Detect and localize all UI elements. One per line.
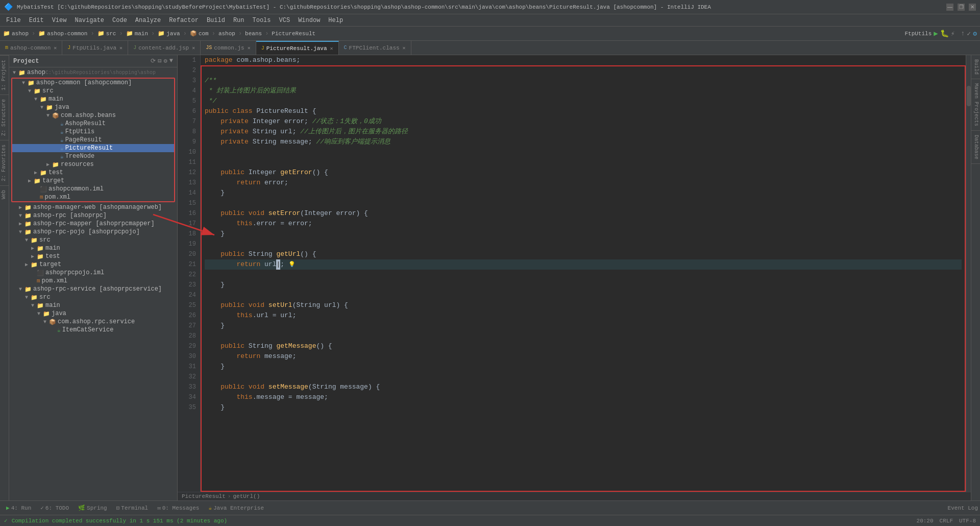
bottom-tab-messages[interactable]: ✉ 0: Messages bbox=[153, 504, 203, 512]
code-container[interactable]: 1 2 3 4 5 6 7 8 9 10 11 12 13 14 15 16 1… bbox=[178, 55, 971, 492]
menu-navigate[interactable]: Navigate bbox=[70, 16, 108, 25]
breadcrumb-method[interactable]: getUrl() bbox=[233, 493, 260, 499]
tree-item-rpc-pojo[interactable]: ▼ 📁 ashop-rpc-pojo [ashoprpcpojo] bbox=[9, 228, 177, 236]
tree-item-resources[interactable]: ▶ 📁 resources bbox=[12, 160, 174, 169]
lightbulb-icon[interactable]: 💡 bbox=[288, 259, 296, 270]
event-log-link[interactable]: Event Log bbox=[948, 505, 978, 511]
tree-item-itemcatservice[interactable]: ☕ ItemCatService bbox=[9, 326, 177, 334]
tree-item-src[interactable]: ▼ 📁 src bbox=[12, 87, 174, 95]
breadcrumb-pictureresult[interactable]: PictureResult bbox=[272, 31, 315, 37]
tree-item-pom-xml-1[interactable]: m pom.xml bbox=[12, 193, 174, 201]
tree-item-rpc-mapper[interactable]: ▶ 📁 ashop-rpc-mapper [ashoprpcmapper] bbox=[9, 220, 177, 228]
menu-vcs[interactable]: VCS bbox=[275, 16, 295, 25]
tree-item-ashopcommon-iml[interactable]: ⬛ ashopcommon.iml bbox=[12, 185, 174, 193]
tree-item-pageresult[interactable]: ☕ PageResult bbox=[12, 136, 174, 144]
breadcrumb-com[interactable]: 📦 com bbox=[190, 30, 209, 37]
run-button[interactable]: ▶ bbox=[934, 29, 938, 38]
breadcrumb-main[interactable]: 📁 main bbox=[126, 30, 148, 37]
panel-web[interactable]: Web bbox=[0, 185, 9, 203]
breadcrumb-ashop[interactable]: 📁 ashop bbox=[3, 30, 29, 37]
debug-button[interactable]: 🐛 bbox=[940, 29, 949, 38]
bottom-tab-spring[interactable]: 🌿 Spring bbox=[74, 504, 111, 512]
tab-pictureresult[interactable]: J PictureResult.java ✕ bbox=[256, 41, 339, 55]
encoding[interactable]: UTF-8 bbox=[959, 518, 976, 524]
breadcrumb-class[interactable]: PictureResult bbox=[182, 493, 226, 499]
tree-item-rpc-service[interactable]: ▼ 📁 ashop-rpc-service [ashoprpcservice] bbox=[9, 285, 177, 293]
close-button[interactable]: ✕ bbox=[969, 4, 976, 11]
bottom-tab-run[interactable]: ▶ 4: Run bbox=[2, 504, 35, 512]
panel-favorites[interactable]: 2: Favorites bbox=[0, 140, 9, 185]
tree-item-java[interactable]: ▼ 📁 java bbox=[12, 103, 174, 111]
gear-icon[interactable]: ⚙ bbox=[164, 57, 167, 65]
menu-edit[interactable]: Edit bbox=[25, 16, 48, 25]
menu-build[interactable]: Build bbox=[203, 16, 229, 25]
tree-item-pom-xml-2[interactable]: m pom.xml bbox=[9, 277, 177, 285]
menu-run[interactable]: Run bbox=[229, 16, 249, 25]
panel-database[interactable]: Database bbox=[971, 131, 980, 164]
minimize-button[interactable]: — bbox=[946, 4, 953, 11]
tab-close-1[interactable]: ✕ bbox=[119, 45, 122, 51]
tree-item-target[interactable]: ▶ 📁 target bbox=[12, 177, 174, 185]
tab-close-3[interactable]: ✕ bbox=[248, 45, 251, 51]
tree-item-main[interactable]: ▼ 📁 main bbox=[12, 95, 174, 103]
menu-view[interactable]: View bbox=[48, 16, 71, 25]
tree-item-test[interactable]: ▶ 📁 test bbox=[12, 169, 174, 177]
menu-file[interactable]: File bbox=[2, 16, 25, 25]
settings-button[interactable]: ⚙ bbox=[973, 30, 977, 38]
menu-window[interactable]: Window bbox=[294, 16, 324, 25]
menu-code[interactable]: Code bbox=[108, 16, 131, 25]
scrollbar-vertical[interactable] bbox=[966, 55, 971, 492]
code-content[interactable]: package com.ashop.beans; /** * 封装上传图片后的返… bbox=[201, 55, 966, 413]
tab-ftpclient[interactable]: C FTPClient.class ✕ bbox=[339, 41, 411, 55]
tree-item-rpc-pojo-test[interactable]: ▶ 📁 test bbox=[9, 252, 177, 260]
tab-close-0[interactable]: ✕ bbox=[54, 45, 57, 51]
tree-item-rpc-pojo-src[interactable]: ▼ 📁 src bbox=[9, 236, 177, 244]
tree-item-rpc[interactable]: ▼ 📁 ashop-rpc [ashoprpc] bbox=[9, 211, 177, 220]
tree-item-com-ashop-beans[interactable]: ▼ 📦 com.ashop.beans bbox=[12, 111, 174, 119]
tree-item-rpc-service-main[interactable]: ▼ 📁 main bbox=[9, 301, 177, 309]
coverage-button[interactable]: ⚡ bbox=[951, 30, 955, 38]
tree-item-rpc-service-java[interactable]: ▼ 📁 java bbox=[9, 309, 177, 318]
tree-item-ashoprpcpojo-iml[interactable]: ⬛ ashoprpcpojo.iml bbox=[9, 269, 177, 277]
maximize-button[interactable]: ❐ bbox=[958, 4, 965, 11]
collapse-icon[interactable]: ⊟ bbox=[158, 57, 161, 65]
tree-item-rpc-pojo-target[interactable]: ▶ 📁 target bbox=[9, 260, 177, 269]
line-ending[interactable]: CRLF bbox=[940, 518, 953, 524]
vcs-commit-button[interactable]: ✓ bbox=[967, 30, 971, 38]
breadcrumb-src[interactable]: 📁 src bbox=[97, 30, 116, 37]
line-col[interactable]: 20:20 bbox=[917, 518, 934, 524]
tree-item-com-ashop-rpc-service[interactable]: ▼ 📦 com.ashop.rpc.service bbox=[9, 318, 177, 326]
tab-close-5[interactable]: ✕ bbox=[403, 45, 406, 51]
sync-icon[interactable]: ⟳ bbox=[151, 57, 156, 65]
tree-item-rpc-service-src[interactable]: ▼ 📁 src bbox=[9, 293, 177, 301]
scrollbar-thumb[interactable] bbox=[967, 86, 971, 106]
menu-refactor[interactable]: Refactor bbox=[165, 16, 203, 25]
tab-common-js[interactable]: JS common.js ✕ bbox=[201, 41, 256, 55]
breadcrumb-ashop2[interactable]: ashop bbox=[218, 31, 235, 37]
bottom-tab-terminal[interactable]: ⊡ Terminal bbox=[112, 504, 152, 512]
tree-item-ashopresult[interactable]: ☕ AshopResult bbox=[12, 119, 174, 128]
tree-item-ftputils[interactable]: ☕ FtpUtils bbox=[12, 128, 174, 136]
tree-item-pictureresult[interactable]: ☕ PictureResult bbox=[12, 144, 174, 152]
vcs-update-button[interactable]: ↑ bbox=[961, 30, 965, 37]
menu-tools[interactable]: Tools bbox=[249, 16, 275, 25]
breadcrumb-beans[interactable]: beans bbox=[245, 31, 262, 37]
bottom-tab-todo[interactable]: ✓ 6: TODO bbox=[36, 504, 73, 512]
panel-project[interactable]: 1: Project bbox=[0, 55, 9, 94]
panel-build[interactable]: Build bbox=[971, 55, 980, 79]
breadcrumb-ashop-common[interactable]: 📁 ashop-common bbox=[38, 30, 87, 37]
tab-ashop-common[interactable]: m ashop-common ✕ bbox=[0, 41, 62, 55]
tab-ftputils[interactable]: J FtpUtils.java ✕ bbox=[62, 41, 128, 55]
tree-item-rpc-pojo-main[interactable]: ▶ 📁 main bbox=[9, 244, 177, 252]
panel-structure[interactable]: Z: Structure bbox=[0, 94, 9, 140]
settings-icon[interactable]: ▼ bbox=[169, 57, 173, 65]
menu-analyze[interactable]: Analyze bbox=[131, 16, 165, 25]
tab-content-add[interactable]: J content-add.jsp ✕ bbox=[128, 41, 201, 55]
tree-item-manager-web[interactable]: ▶ 📁 ashop-manager-web [ashopmanagerweb] bbox=[9, 203, 177, 211]
breadcrumb-java[interactable]: 📁 java bbox=[158, 30, 180, 37]
tree-item-treenode[interactable]: ☕ TreeNode bbox=[12, 152, 174, 160]
menu-help[interactable]: Help bbox=[324, 16, 347, 25]
tab-close-2[interactable]: ✕ bbox=[192, 45, 195, 51]
bottom-tab-java-enterprise[interactable]: ☕ Java Enterprise bbox=[204, 504, 268, 512]
tab-close-4[interactable]: ✕ bbox=[330, 45, 333, 52]
